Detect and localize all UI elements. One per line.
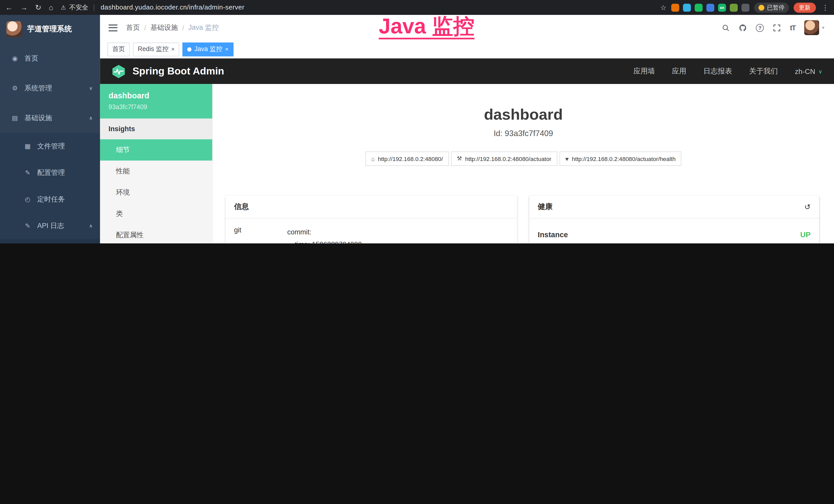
sba-sidebar-item[interactable]: 配置属性 [100, 224, 212, 244]
health-row: Instance UP [538, 226, 811, 244]
sidebar-item[interactable]: ▤ 基础设施 ∧ [0, 103, 100, 133]
sidebar-item[interactable]: ✎ API 日志 ∧ [0, 212, 100, 239]
update-button[interactable]: 更新 [794, 2, 816, 12]
link-url: http://192.168.0.2:48080/actuator [465, 156, 551, 162]
url-divider: | [93, 4, 95, 11]
sidebar-toggle-icon[interactable] [108, 24, 117, 31]
link-url: http://192.168.0.2:48080/ [378, 156, 443, 162]
extension-puzzle-icon[interactable] [742, 3, 749, 11]
home-link-icon: ⌂ [371, 156, 375, 162]
sba-nav-item[interactable]: 日志报表 [703, 67, 732, 76]
locale-selector[interactable]: zh-CN ∨ [795, 67, 822, 75]
sidebar-item[interactable]: ◉ 首页 [0, 44, 100, 73]
tab-close-icon[interactable]: × [225, 46, 228, 52]
view-tab[interactable]: Java 监控× [183, 42, 233, 56]
extension-orange-icon[interactable] [671, 3, 679, 11]
browser-menu-icon[interactable]: ⋮ [822, 3, 829, 11]
address-url[interactable]: dashboard.yudao.iocoder.cn/infra/admin-s… [101, 4, 244, 11]
instance-link[interactable]: ⌂http://192.168.0.2:48080/ [365, 152, 449, 166]
breadcrumb: 首页 /基础设施 /Java 监控 [126, 23, 219, 32]
locale-label: zh-CN [795, 67, 815, 75]
user-menu[interactable]: ▾ [805, 20, 825, 35]
help-icon[interactable]: ? [756, 24, 764, 31]
github-icon[interactable] [739, 24, 747, 31]
reload-icon[interactable]: ↻ [35, 3, 41, 12]
sidebar-menu: ◉ 首页 ⚙ 系统管理 ∨ ▤ 基础设施 ∧ ▦ [0, 44, 100, 244]
home-icon[interactable]: ⌂ [49, 3, 53, 12]
tags-view-bar: 首页 Redis 监控× Java 监控× [100, 40, 834, 58]
view-tab[interactable]: Redis 监控× [133, 42, 179, 56]
instance-link[interactable]: ⚒http://192.168.0.2:48080/actuator [451, 152, 557, 166]
sba-nav-item[interactable]: 关于我们 [749, 67, 778, 76]
search-icon[interactable] [722, 24, 730, 31]
wrench-icon: ⚒ [457, 155, 462, 162]
sidebar-item[interactable]: ◴ 定时任务 [0, 186, 100, 213]
sba-sidebar-item[interactable]: 性能 [100, 160, 212, 182]
tab-label: 首页 [112, 45, 125, 54]
sba-nav-item[interactable]: 应用墙 [633, 67, 655, 76]
info-card: 信息 git commit: time: 1596289704000 id: 2… [225, 196, 517, 244]
breadcrumb-label[interactable]: Java 监控 [189, 23, 219, 32]
breadcrumb-label[interactable]: 基础设施 [150, 23, 178, 32]
tab-close-icon[interactable]: × [171, 46, 175, 52]
breadcrumb-item[interactable]: /Java 监控 [178, 23, 219, 32]
cards-area: 信息 git commit: time: 1596289704000 id: 2… [213, 166, 834, 244]
fullscreen-icon[interactable] [773, 24, 781, 31]
header-actions: ? tT ▾ [722, 20, 824, 35]
breadcrumb-item[interactable]: 首页 [126, 23, 140, 32]
sba-nav-item[interactable]: 应用 [672, 67, 686, 76]
gear-icon: ⚙ [10, 85, 19, 92]
browser-nav: ←→↻⌂ [5, 3, 53, 12]
chevron-icon: ∨ [89, 86, 93, 91]
breadcrumb-label[interactable]: 首页 [126, 23, 140, 32]
font-size-icon[interactable]: tT [790, 24, 795, 31]
forward-icon[interactable]: → [20, 3, 28, 12]
sidebar-item-label: 首页 [24, 54, 38, 63]
app-title: 芋道管理系统 [27, 24, 72, 34]
content-shell: 首页 /基础设施 /Java 监控 ? tT ▾ 首 [100, 15, 834, 244]
info-key: git [234, 226, 287, 244]
sba-instance-header[interactable]: dashboard 93a3fc7f7409 [100, 84, 212, 119]
sidebar-item[interactable]: ▦ 文件管理 [0, 133, 100, 160]
extension-on-badge-icon[interactable]: on [718, 3, 726, 11]
warning-icon: ⚠ [61, 4, 66, 11]
breadcrumb-item[interactable]: /基础设施 [140, 23, 178, 32]
sidebar-item[interactable]: ✎ 配置管理 [0, 159, 100, 186]
instance-links: ⌂http://192.168.0.2:48080/ ⚒http://192.1… [213, 152, 834, 166]
link-url: http://192.168.0.2:48080/actuator/health [572, 156, 676, 162]
security-chip[interactable]: ⚠ 不安全 | [61, 3, 96, 12]
extension-leaf-icon[interactable] [730, 3, 738, 11]
chevron-icon: ∧ [89, 115, 93, 121]
sidebar-item-label: 文件管理 [37, 141, 65, 151]
sidebar-item[interactable]: ✎ 访问日志 [0, 239, 100, 244]
back-icon[interactable]: ← [5, 3, 13, 12]
extension-blue-grid-icon[interactable] [706, 3, 714, 11]
breadcrumb-separator: / [144, 24, 146, 31]
sidebar-item-label: API 日志 [37, 221, 64, 231]
user-avatar [805, 20, 819, 35]
sidebar-item[interactable]: ⚙ 系统管理 ∨ [0, 73, 100, 103]
sba-sidebar-item[interactable]: 类 [100, 203, 212, 224]
sidebar-logo[interactable]: 芋道管理系统 [0, 15, 100, 44]
history-icon[interactable]: ↺ [805, 203, 811, 211]
extensions-area: on [671, 3, 749, 11]
bookmark-star-icon[interactable]: ☆ [660, 3, 666, 11]
sba-sidebar-item[interactable]: 环境 [100, 182, 212, 203]
tab-label: Java 监控 [194, 45, 222, 54]
chevron-down-icon: ▾ [822, 25, 824, 30]
extension-blue-drop-icon[interactable] [683, 3, 691, 11]
page-title: dashboard [213, 105, 834, 123]
infrastructure-icon: ▤ [10, 114, 19, 122]
view-tab[interactable]: 首页 [107, 42, 130, 56]
sidebar-item-label: 定时任务 [37, 194, 65, 204]
chevron-down-icon: ∨ [818, 68, 822, 74]
sba-sidebar-item[interactable]: 细节 [100, 139, 212, 161]
paused-badge[interactable]: 已暂停 [754, 2, 789, 12]
instance-link[interactable]: ♥http://192.168.0.2:48080/actuator/healt… [559, 152, 682, 166]
extension-green-circle-icon[interactable] [695, 3, 702, 11]
api-log-icon: ✎ [23, 222, 32, 230]
file-manage-icon: ▦ [23, 142, 32, 150]
instance-id-line: Id: 93a3fc7f7409 [213, 129, 834, 138]
sba-nav: 应用墙应用日志报表关于我们 zh-CN ∨ [633, 67, 822, 76]
sba-body: dashboard 93a3fc7f7409 Insights 细节性能环境类配… [100, 84, 834, 244]
